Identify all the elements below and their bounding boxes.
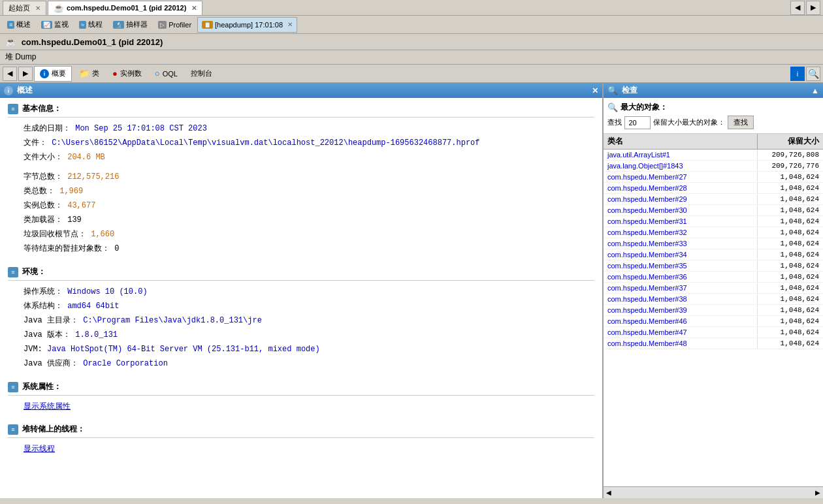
tab-app[interactable]: ☕ com.hspedu.Demo01_1 (pid 22012) ✕ xyxy=(48,1,202,15)
table-row: com.hspedu.Member#391,048,624 xyxy=(604,305,823,316)
window-title-bar: ☕ com.hspedu.Demo01_1 (pid 22012) xyxy=(0,34,823,50)
nav-right-actions: i 🔍 xyxy=(790,67,820,81)
toolbar-threads-label: 线程 xyxy=(88,20,103,29)
overview-icon: ≡ xyxy=(7,21,14,29)
right-header-group: 🔍 检查 xyxy=(607,85,637,96)
nav-oql[interactable]: ○ OQL xyxy=(149,66,184,82)
classname-cell[interactable]: com.hspedu.Member#48 xyxy=(604,338,758,349)
find-spinbox[interactable] xyxy=(624,116,651,129)
size-cell: 1,048,624 xyxy=(758,316,823,326)
classname-cell[interactable]: com.hspedu.Member#39 xyxy=(604,305,758,315)
size-cell: 1,048,624 xyxy=(758,172,823,182)
nav-bar: ◀ ▶ i 概要 📁 类 ● 实例数 ○ OQL 控制台 i 🔍 xyxy=(0,65,823,83)
nav-overview[interactable]: i 概要 xyxy=(34,66,72,82)
table-row: com.hspedu.Member#341,048,624 xyxy=(604,249,823,260)
left-panel-close-btn[interactable]: ✕ xyxy=(592,86,598,95)
table-row: com.hspedu.Member#481,048,624 xyxy=(604,338,823,349)
sys-props-section: ≡ 系统属性： 显示系统属性 xyxy=(8,381,594,413)
field-java-version: Java 版本： 1.8.0_131 xyxy=(8,328,594,342)
retain-label: 保留大小最大的对象： xyxy=(653,118,725,127)
size-cell: 1,048,624 xyxy=(758,183,823,193)
info-nav-btn[interactable]: i xyxy=(790,67,805,81)
tab-scroll-left[interactable]: ◀ xyxy=(790,1,805,15)
threads-icon: ≈ xyxy=(79,21,86,29)
table-row: com.hspedu.Member#381,048,624 xyxy=(604,294,823,305)
classname-cell[interactable]: com.hspedu.Member#31 xyxy=(604,216,758,227)
table-row: com.hspedu.Member#281,048,624 xyxy=(604,183,823,194)
instances-nav-icon: ● xyxy=(112,69,118,78)
forward-btn[interactable]: ▶ xyxy=(18,67,33,81)
field-classes: 类总数： 1,969 xyxy=(8,184,594,198)
classname-cell[interactable]: java.util.ArrayList#1 xyxy=(604,150,758,160)
classname-cell[interactable]: com.hspedu.Member#30 xyxy=(604,205,758,215)
toolbar-profiler-btn[interactable]: ▷ Profiler xyxy=(153,17,196,33)
search-section: 🔍 最大的对象： 查找 保留大小最大的对象： 查找 xyxy=(604,98,823,134)
table-row: com.hspedu.Member#331,048,624 xyxy=(604,238,823,249)
show-threads-link[interactable]: 显示线程 xyxy=(8,442,594,456)
classname-cell[interactable]: com.hspedu.Member#38 xyxy=(604,294,758,304)
right-panel-expand-btn[interactable]: ▲ xyxy=(811,86,819,95)
main-area: i 概述 ✕ ≡ 基本信息： 生成的日期： Mon Sep 25 17:01:0… xyxy=(0,83,823,498)
toolbar-heapdump-btn[interactable]: 📋 [heapdump] 17:01:08 ✕ xyxy=(197,17,297,33)
toolbar-sampler-label: 抽样器 xyxy=(126,20,148,29)
tab-scroll-right[interactable]: ▶ xyxy=(806,1,820,15)
classname-cell[interactable]: com.hspedu.Member#33 xyxy=(604,238,758,249)
nav-classes[interactable]: 📁 类 xyxy=(73,66,105,82)
classname-cell[interactable]: com.hspedu.Member#32 xyxy=(604,227,758,238)
sampler-icon: 🔬 xyxy=(113,21,124,29)
left-content: ≡ 基本信息： 生成的日期： Mon Sep 25 17:01:08 CST 2… xyxy=(0,98,602,498)
table-row: com.hspedu.Member#471,048,624 xyxy=(604,327,823,338)
field-gc-roots: 垃圾回收根节点： 1,660 xyxy=(8,227,594,242)
classname-cell[interactable]: java.lang.Object[]#1843 xyxy=(604,161,758,171)
field-bytes: 字节总数： 212,575,216 xyxy=(8,170,594,184)
scroll-right-btn[interactable]: ▶ xyxy=(815,489,820,496)
search-nav-btn[interactable]: 🔍 xyxy=(806,67,820,81)
field-file: 文件： C:\Users\86152\AppData\Local\Temp\vi… xyxy=(8,136,594,150)
left-panel-icon: i xyxy=(4,86,13,95)
classname-cell[interactable]: com.hspedu.Member#35 xyxy=(604,260,758,271)
basic-info-title: ≡ 基本信息： xyxy=(8,103,594,118)
classname-cell[interactable]: com.hspedu.Member#29 xyxy=(604,194,758,204)
tab-start[interactable]: 起始页 ✕ xyxy=(3,1,46,15)
nav-instances[interactable]: ● 实例数 xyxy=(106,66,148,82)
toolbar-threads-btn[interactable]: ≈ 线程 xyxy=(74,17,107,33)
show-sys-props-link[interactable]: 显示系统属性 xyxy=(8,400,594,413)
size-cell: 1,048,624 xyxy=(758,338,823,349)
profiler-icon: ▷ xyxy=(158,21,167,29)
tab-nav-controls: ◀ ▶ xyxy=(790,1,820,15)
window-icon: ☕ xyxy=(5,37,16,47)
heap-dump-label: 堆 Dump xyxy=(5,52,36,61)
toolbar-monitor-btn[interactable]: 📈 监视 xyxy=(37,17,73,33)
find-button[interactable]: 查找 xyxy=(728,116,754,129)
tab-app-label: com.hspedu.Demo01_1 (pid 22012) xyxy=(67,4,186,12)
classname-cell[interactable]: com.hspedu.Member#47 xyxy=(604,327,758,338)
left-panel-title-bar: i 概述 ✕ xyxy=(0,83,602,98)
back-btn[interactable]: ◀ xyxy=(3,67,17,81)
oql-nav-icon: ○ xyxy=(155,69,160,78)
find-label: 查找 xyxy=(607,118,622,127)
classname-cell[interactable]: com.hspedu.Member#27 xyxy=(604,172,758,182)
threads-icon: ≡ xyxy=(8,424,18,435)
tab-app-close[interactable]: ✕ xyxy=(191,5,197,12)
search-section-icon: 🔍 xyxy=(607,102,618,112)
main-toolbar: ≡ 概述 📈 监视 ≈ 线程 🔬 抽样器 ▷ Profiler 📋 [heapd… xyxy=(0,16,823,34)
field-date: 生成的日期： Mon Sep 25 17:01:08 CST 2023 xyxy=(8,121,594,136)
size-cell: 209,726,808 xyxy=(758,150,823,160)
classname-cell[interactable]: com.hspedu.Member#37 xyxy=(604,283,758,293)
size-cell: 1,048,624 xyxy=(758,283,823,293)
classname-cell[interactable]: com.hspedu.Member#46 xyxy=(604,316,758,326)
search-header-icon: 🔍 xyxy=(607,86,618,95)
classname-cell[interactable]: com.hspedu.Member#36 xyxy=(604,272,758,282)
heapdump-icon: 📋 xyxy=(202,21,213,29)
tab-start-close[interactable]: ✕ xyxy=(35,5,40,12)
heapdump-close-btn[interactable]: ✕ xyxy=(287,21,293,28)
size-cell: 1,048,624 xyxy=(758,305,823,315)
classname-cell[interactable]: com.hspedu.Member#34 xyxy=(604,249,758,260)
toolbar-overview-btn[interactable]: ≡ 概述 xyxy=(3,17,35,33)
size-cell: 1,048,624 xyxy=(758,194,823,204)
toolbar-sampler-btn[interactable]: 🔬 抽样器 xyxy=(108,17,152,33)
window-title: com.hspedu.Demo01_1 (pid 22012) xyxy=(22,37,163,47)
scroll-left-btn[interactable]: ◀ xyxy=(606,489,611,496)
nav-console[interactable]: 控制台 xyxy=(185,66,218,82)
classname-cell[interactable]: com.hspedu.Member#28 xyxy=(604,183,758,193)
